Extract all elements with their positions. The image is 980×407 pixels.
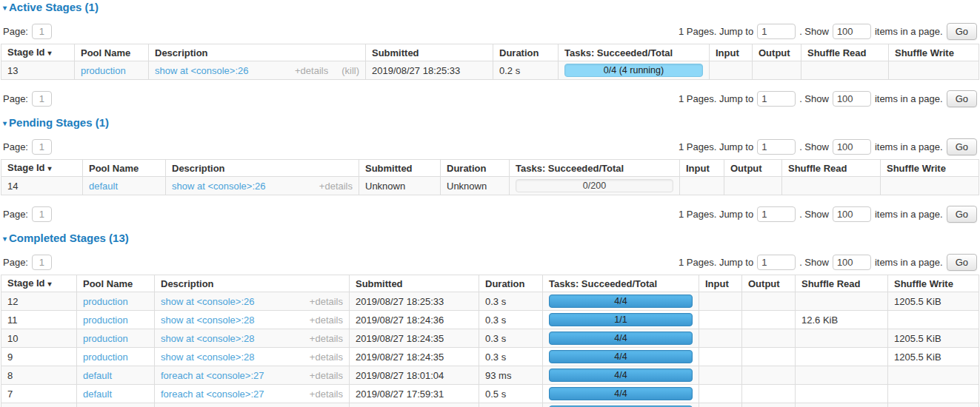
pool-name-link[interactable]: default [83, 370, 112, 381]
col-header-duration[interactable]: Duration [479, 275, 543, 292]
jump-to-page-input[interactable] [757, 206, 796, 222]
go-button[interactable]: Go [947, 23, 977, 40]
sort-desc-icon: ▾ [48, 164, 52, 172]
details-toggle[interactable]: +details [310, 333, 343, 344]
stage-description-link[interactable]: foreach at <console>:27 [161, 370, 264, 381]
col-header-input[interactable]: Input [699, 275, 742, 292]
details-toggle[interactable]: +details [310, 314, 343, 326]
details-toggle[interactable]: +details [310, 370, 343, 381]
col-header-output[interactable]: Output [724, 160, 782, 177]
stage-description-link[interactable]: show at <console>:26 [155, 65, 248, 76]
jump-to-page-input[interactable] [757, 91, 796, 107]
stage-description-link[interactable]: show at <console>:28 [161, 333, 254, 344]
cell-shuffle-write [888, 385, 979, 403]
jump-to-page-input[interactable] [757, 255, 796, 270]
col-header-submitted[interactable]: Submitted [350, 275, 479, 292]
stage-description-link[interactable]: foreach at <console>:27 [161, 388, 264, 400]
items-per-page-input[interactable] [833, 139, 871, 155]
jump-to-page-input[interactable] [757, 24, 796, 39]
col-header-stage-id[interactable]: Stage Id▾ [1, 44, 75, 61]
col-header-tasks[interactable]: Tasks: Succeeded/Total [559, 44, 710, 61]
col-header-input[interactable]: Input [710, 44, 753, 61]
col-header-desc[interactable]: Description [166, 160, 359, 177]
col-header-shuffle-read[interactable]: Shuffle Read [801, 44, 889, 61]
stage-row: 7defaultforeach at <console>:27+details2… [1, 385, 979, 403]
stage-row: 9productionshow at <console>:28+details2… [1, 348, 979, 366]
stage-description-link[interactable]: show at <console>:26 [172, 181, 265, 192]
col-header-submitted[interactable]: Submitted [366, 44, 493, 61]
go-button[interactable]: Go [947, 90, 977, 107]
page-number-input[interactable] [32, 139, 52, 155]
details-toggle[interactable]: +details [319, 181, 353, 192]
jump-to-page-input[interactable] [757, 139, 796, 155]
items-per-page-input[interactable] [833, 24, 871, 39]
items-per-page-input[interactable] [833, 91, 871, 107]
col-header-pool[interactable]: Pool Name [75, 44, 149, 61]
cell-stage-id: 9 [1, 348, 77, 366]
col-header-submitted[interactable]: Submitted [359, 160, 441, 177]
cell-output [742, 366, 796, 385]
cell-output [742, 311, 796, 329]
section-title-completed[interactable]: ▾Completed Stages (13) [3, 232, 979, 245]
pool-name-link[interactable]: production [83, 296, 128, 307]
pool-name-link[interactable]: production [83, 352, 128, 363]
pool-name-link[interactable]: production [81, 65, 126, 76]
col-header-output[interactable]: Output [742, 275, 796, 292]
col-header-output[interactable]: Output [753, 44, 801, 61]
pool-name-link[interactable]: production [83, 314, 128, 326]
go-button[interactable]: Go [947, 206, 977, 223]
go-button[interactable]: Go [947, 138, 977, 155]
pagination-bar: Page: 1 Pages. Jump to . Show items in a… [1, 90, 979, 107]
pool-name-link[interactable]: default [89, 181, 118, 192]
cell-desc: foreach at <console>:27+details [155, 385, 350, 403]
col-header-stage-id[interactable]: Stage Id▾ [1, 160, 83, 177]
pages-count-text: 1 Pages. Jump to [679, 257, 753, 268]
stage-description-link[interactable]: show at <console>:28 [161, 352, 254, 363]
pool-name-link[interactable]: default [83, 388, 112, 400]
col-header-duration[interactable]: Duration [441, 160, 510, 177]
cell-shuffle-read [801, 61, 889, 80]
page-number-input[interactable] [32, 24, 52, 39]
kill-link[interactable]: (kill) [341, 65, 359, 76]
pages-count-text: 1 Pages. Jump to [679, 93, 753, 104]
col-header-pool[interactable]: Pool Name [77, 275, 155, 292]
completed-stages-table: Stage Id▾Pool NameDescriptionSubmittedDu… [1, 275, 979, 407]
cell-desc: show at <console>:26+details [155, 292, 350, 311]
col-header-shuffle-read[interactable]: Shuffle Read [782, 160, 881, 177]
items-per-page-input[interactable] [833, 255, 871, 270]
col-header-pool[interactable]: Pool Name [83, 160, 166, 177]
details-toggle[interactable]: +details [310, 296, 343, 307]
stage-row: 10productionshow at <console>:28+details… [1, 329, 979, 348]
go-button[interactable]: Go [947, 254, 977, 271]
details-toggle[interactable]: +details [310, 388, 343, 400]
col-header-desc[interactable]: Description [155, 275, 350, 292]
col-header-shuffle-write[interactable]: Shuffle Write [881, 160, 979, 177]
stage-description-link[interactable]: show at <console>:26 [161, 296, 254, 307]
cell-shuffle-write [888, 366, 979, 385]
page-number-input[interactable] [32, 206, 52, 222]
pool-name-link[interactable]: production [83, 333, 128, 344]
items-per-page-input[interactable] [833, 206, 871, 222]
col-header-input[interactable]: Input [680, 160, 724, 177]
col-header-stage-id[interactable]: Stage Id▾ [1, 275, 77, 292]
details-toggle[interactable]: +details [310, 352, 343, 363]
col-header-tasks[interactable]: Tasks: Succeeded/Total [510, 160, 680, 177]
col-header-desc[interactable]: Description [149, 44, 366, 61]
section-title-pending[interactable]: ▾Pending Stages (1) [3, 117, 979, 130]
cell-output [742, 385, 796, 403]
col-header-duration[interactable]: Duration [493, 44, 559, 61]
stage-description-link[interactable]: show at <console>:28 [161, 314, 254, 326]
col-header-tasks[interactable]: Tasks: Succeeded/Total [543, 275, 699, 292]
pagination-bar: Page: 1 Pages. Jump to . Show items in a… [1, 253, 979, 271]
col-header-shuffle-read[interactable]: Shuffle Read [796, 275, 888, 292]
page-number-input[interactable] [32, 91, 52, 107]
page-number-input[interactable] [32, 255, 52, 270]
cell-submitted: 2019/08/27 18:25:33 [350, 292, 479, 311]
section-title-active[interactable]: ▾Active Stages (1) [3, 1, 979, 14]
details-toggle[interactable]: +details [295, 65, 328, 76]
show-text: . Show [799, 257, 829, 268]
col-header-shuffle-write[interactable]: Shuffle Write [888, 275, 979, 292]
task-progress-bar: 4/4 [549, 369, 693, 382]
col-header-shuffle-write[interactable]: Shuffle Write [889, 44, 979, 61]
page-label: Page: [3, 209, 28, 220]
